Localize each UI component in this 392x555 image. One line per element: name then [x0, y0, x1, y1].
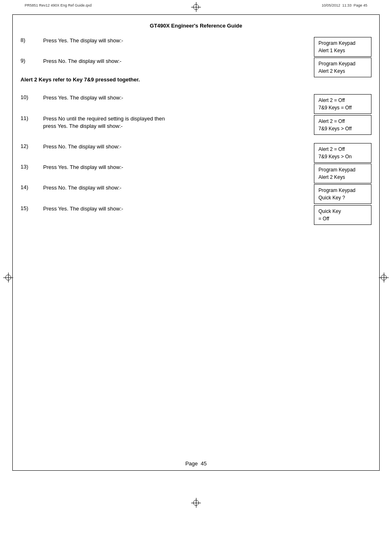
step-8-display-line2: Alert 1 Keys [318, 47, 367, 54]
step-13-display-line2: Alert 2 Keys [318, 173, 367, 181]
step-15-text: Press Yes. The display will show:- [43, 205, 183, 213]
page-container: PR5851 Rev12 490X Eng Ref Guide.qxd 10/0… [0, 0, 392, 555]
page-footer: Page 45 [0, 460, 392, 467]
bottom-rule [12, 470, 380, 471]
left-rule [12, 14, 13, 471]
step-14-text: Press No. The display will show:- [43, 184, 183, 192]
page-title: GT490X Engineer's Reference Guide [150, 23, 242, 29]
step-8-display: Program Keypad Alert 1 Keys [314, 37, 371, 57]
step-10-text: Press Yes. The display will show:- [43, 94, 183, 102]
step-14-display-line2: Quick Key ? [318, 194, 367, 201]
step-11-display: Alert 2 = Off 7&9 Keys > Off [314, 115, 371, 135]
step-10-display-line2: 7&9 Keys = Off [318, 104, 367, 111]
step-10-display-line1: Alert 2 = Off [318, 97, 367, 104]
step-8-display-area: Program Keypad Alert 1 Keys [314, 37, 371, 57]
step-9-number: 9) [21, 58, 43, 64]
step-13-text: Press Yes. The display will show:- [43, 164, 183, 171]
step-12-display-area: Alert 2 = Off 7&9 Keys > On [314, 143, 371, 163]
step-11-row: 11) Press No until the required setting … [21, 115, 371, 130]
step-8-display-line1: Program Keypad [318, 39, 367, 47]
step-13-display-area: Program Keypad Alert 2 Keys [314, 164, 371, 183]
step-15-display-line2: = Off [318, 215, 367, 222]
step-11-number: 11) [21, 115, 43, 121]
bottom-crosshair [191, 498, 201, 508]
step-14-row: 14) Press No. The display will show:- Pr… [21, 184, 371, 192]
step-10-display: Alert 2 = Off 7&9 Keys = Off [314, 94, 371, 114]
step-12-text: Press No. The display will show:- [43, 143, 183, 150]
file-date: 10/05/2012 11:33 Page 45 [322, 3, 367, 7]
right-reg-mark [379, 273, 389, 282]
step-9-display: Program Keypad Alert 2 Keys [314, 58, 371, 77]
page-footer-text: Page [185, 460, 198, 467]
step-8-text: Press Yes. The display will show:- [43, 37, 183, 44]
step-9-display-line1: Program Keypad [318, 60, 367, 67]
step-12-number: 12) [21, 143, 43, 149]
step-10-display-area: Alert 2 = Off 7&9 Keys = Off [314, 94, 371, 114]
content-area: GT490X Engineer's Reference Guide 8) Pre… [21, 18, 371, 465]
step-14-display-area: Program Keypad Quick Key ? [314, 184, 371, 204]
step-15-number: 15) [21, 205, 43, 211]
filename: PR5851 Rev12 490X Eng Ref Guide.qxd [25, 3, 92, 7]
step-13-number: 13) [21, 164, 43, 170]
step-15-display-area: Quick Key = Off [314, 205, 371, 225]
step-9-display-area: Program Keypad Alert 2 Keys [314, 58, 371, 77]
step-12-display: Alert 2 = Off 7&9 Keys > On [314, 143, 371, 163]
step-14-display-line1: Program Keypad [318, 187, 367, 194]
step-13-display: Program Keypad Alert 2 Keys [314, 164, 371, 183]
step-12-row: 12) Press No. The display will show:- Al… [21, 143, 371, 150]
step-14-display: Program Keypad Quick Key ? [314, 184, 371, 204]
step-10-row: 10) Press Yes. The display will show:- A… [21, 94, 371, 102]
step-15-display-line1: Quick Key [318, 208, 367, 215]
step-15-display: Quick Key = Off [314, 205, 371, 225]
step-10-number: 10) [21, 94, 43, 100]
step-12-display-line1: Alert 2 = Off [318, 146, 367, 153]
step-11-text: Press No until the required setting is d… [43, 115, 183, 130]
left-reg-mark [3, 273, 13, 282]
step-9-display-line2: Alert 2 Keys [318, 67, 367, 75]
right-rule [379, 14, 380, 471]
step-8-number: 8) [21, 37, 43, 43]
step-8-row: 8) Press Yes. The display will show:- Pr… [21, 37, 371, 44]
step-9-row: 9) Press No. The display will show:- Pro… [21, 58, 371, 65]
step-9-text: Press No. The display will show:- [43, 58, 183, 65]
step-15-row: 15) Press Yes. The display will show:- Q… [21, 205, 371, 213]
step-11-display-line1: Alert 2 = Off [318, 118, 367, 125]
page-number: 45 [201, 460, 207, 467]
step-11-display-line2: 7&9 Keys > Off [318, 125, 367, 132]
step-13-row: 13) Press Yes. The display will show:- P… [21, 164, 371, 171]
step-14-number: 14) [21, 184, 43, 190]
step-11-display-area: Alert 2 = Off 7&9 Keys > Off [314, 115, 371, 135]
top-rule [12, 14, 380, 15]
page-header: GT490X Engineer's Reference Guide [21, 18, 371, 29]
step-12-display-line2: 7&9 Keys > On [318, 153, 367, 160]
alert-heading: Alert 2 Keys refer to Key 7&9 pressed to… [21, 76, 371, 83]
file-info-bar: PR5851 Rev12 490X Eng Ref Guide.qxd 10/0… [25, 3, 367, 7]
step-13-display-line1: Program Keypad [318, 166, 367, 173]
